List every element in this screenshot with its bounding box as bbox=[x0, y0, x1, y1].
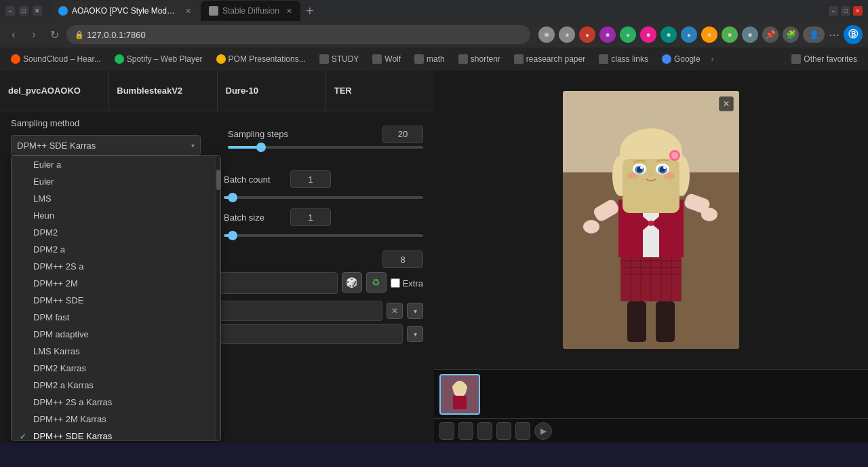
tb-close[interactable]: ✕ bbox=[853, 6, 863, 16]
bottom-btn-1[interactable] bbox=[439, 422, 454, 440]
extension-pin[interactable]: 📌 bbox=[762, 26, 778, 43]
dropdown-item-dpm2karras[interactable]: DPM2 Karras bbox=[12, 360, 220, 377]
dropdown-item-dpm2a[interactable]: DPM2 a bbox=[12, 241, 220, 258]
batch-size-value-box[interactable]: 1 bbox=[290, 208, 331, 226]
steps-value-box[interactable]: 20 bbox=[382, 126, 423, 143]
svg-point-37 bbox=[640, 166, 643, 169]
steps-slider-thumb[interactable] bbox=[256, 143, 266, 152]
model-input-dropdown-1[interactable]: ▾ bbox=[407, 303, 423, 319]
steps-slider[interactable] bbox=[228, 146, 423, 149]
extension-purple[interactable]: ● bbox=[599, 26, 616, 43]
extra-checkbox-label[interactable]: Extra bbox=[391, 272, 423, 294]
bookmark-classlinks[interactable]: class links bbox=[593, 53, 654, 65]
dropdown-item-dpmfast[interactable]: DPM fast bbox=[12, 309, 220, 326]
url-field[interactable]: 🔒 127.0.0.1:7860 bbox=[66, 25, 530, 44]
extension-gray[interactable]: ● bbox=[742, 26, 758, 43]
bookmark-spotify[interactable]: Spotify – Web Player bbox=[109, 53, 208, 65]
dropdown-item-dpp2sakarras[interactable]: DPM++ 2S a Karras bbox=[12, 394, 220, 411]
extension-puzzle[interactable]: 🧩 bbox=[783, 26, 799, 43]
extension-blue[interactable]: ● bbox=[681, 26, 697, 43]
bookmark-study[interactable]: STUDY bbox=[314, 53, 365, 65]
model-card-4[interactable]: TER bbox=[326, 71, 434, 111]
batch-count-slider[interactable] bbox=[224, 191, 423, 204]
profile-icon[interactable]: 👤 bbox=[803, 26, 825, 43]
dropdown-item-dpp2mkarras[interactable]: DPM++ 2M Karras bbox=[12, 411, 220, 428]
bookmark-google[interactable]: Google bbox=[656, 53, 706, 65]
dropdown-item-dpm2m[interactable]: DPM++ 2M bbox=[12, 275, 220, 292]
bookmark-icon-math bbox=[414, 54, 424, 64]
model-card-3[interactable]: Dure-10 bbox=[218, 71, 326, 111]
dropdown-item-euler[interactable]: Euler bbox=[12, 173, 220, 190]
extension-green2[interactable]: ● bbox=[722, 26, 738, 43]
extra-checkbox[interactable] bbox=[391, 278, 400, 288]
recycle-button[interactable]: ♻ bbox=[366, 272, 387, 293]
dropdown-item-lms[interactable]: LMS bbox=[12, 190, 220, 207]
extension-teal[interactable]: ● bbox=[660, 26, 677, 43]
extension-pink[interactable]: ● bbox=[640, 26, 656, 43]
more-options-button[interactable]: ⋯ bbox=[829, 29, 840, 41]
send-button[interactable]: ▶ bbox=[534, 422, 552, 440]
bookmark-icon-pom bbox=[216, 54, 226, 64]
tab-stable-diffusion[interactable]: Stable Diffusion ✕ bbox=[201, 1, 300, 21]
tab-aoaoko[interactable]: AOAOKO [PVC Style Model] - PV... ✕ bbox=[50, 1, 199, 21]
bookmark-math[interactable]: math bbox=[409, 53, 450, 65]
model-input-dropdown-2[interactable]: ▾ bbox=[407, 326, 423, 342]
model-card-2[interactable]: BumblesteakV2 bbox=[108, 71, 217, 111]
bottom-btn-3[interactable] bbox=[477, 422, 492, 440]
bookmark-pom[interactable]: POM Presentations... bbox=[211, 53, 311, 65]
bookmarks-more-chevron[interactable]: › bbox=[709, 53, 717, 65]
tb-minimize[interactable]: − bbox=[829, 6, 838, 16]
dropdown-item-lmskarras[interactable]: LMS Karras bbox=[12, 343, 220, 360]
dropdown-item-dpmadaptive[interactable]: DPM adaptive bbox=[12, 326, 220, 343]
batch-count-value-box[interactable]: 1 bbox=[290, 170, 331, 188]
dropdown-item-euler-a[interactable]: Euler a bbox=[12, 156, 220, 173]
bs-thumb[interactable] bbox=[228, 231, 237, 240]
sampling-method-dropdown[interactable]: DPM++ SDE Karras ▾ Euler a bbox=[11, 135, 201, 155]
tab-close-1[interactable]: ✕ bbox=[185, 7, 191, 16]
dropdown-item-dpmsde[interactable]: DPM++ SDE bbox=[12, 292, 220, 309]
extension-icon-2[interactable]: ★ bbox=[559, 26, 575, 43]
thumbnail-1[interactable] bbox=[439, 374, 480, 415]
bookmark-soundcloud[interactable]: SoundCloud – Hear... bbox=[5, 53, 106, 65]
dropdown-item-heun[interactable]: Heun bbox=[12, 207, 220, 224]
bookmark-research[interactable]: reasearch paper bbox=[509, 53, 591, 65]
steps-title: Sampling steps bbox=[228, 129, 288, 139]
new-tab-button[interactable]: + bbox=[302, 1, 318, 21]
bottom-btn-5[interactable] bbox=[515, 422, 530, 440]
bookmark-shortenr[interactable]: shortenr bbox=[453, 53, 506, 65]
extension-red[interactable]: ● bbox=[579, 26, 595, 43]
sampling-method-dropdown-list[interactable]: Euler a Euler LMS bbox=[11, 155, 221, 441]
bookmark-icon-shortenr bbox=[458, 54, 468, 64]
tb-maximize[interactable]: □ bbox=[841, 6, 850, 16]
maximize-button[interactable]: □ bbox=[19, 6, 28, 16]
dropdown-item-dpm2sa[interactable]: DPM++ 2S a bbox=[12, 258, 220, 275]
bookmark-wolf[interactable]: Wolf bbox=[367, 53, 406, 65]
dropdown-item-dppsdekarras[interactable]: ✓ DPM++ SDE Karras bbox=[12, 428, 220, 441]
bottom-btn-2[interactable] bbox=[458, 422, 473, 440]
minimize-button[interactable]: − bbox=[5, 6, 15, 16]
close-image-button[interactable]: ✕ bbox=[719, 96, 734, 111]
batch-size-slider[interactable] bbox=[224, 229, 423, 242]
dropdown-item-dpm2akarras[interactable]: DPM2 a Karras bbox=[12, 377, 220, 394]
back-button[interactable]: ‹ bbox=[5, 26, 22, 43]
forward-button[interactable]: › bbox=[26, 26, 42, 43]
bottom-btn-4[interactable] bbox=[496, 422, 511, 440]
svg-point-40 bbox=[664, 172, 675, 179]
model-card-1[interactable]: del_pvcAOAOKO bbox=[0, 71, 108, 111]
extension-orange[interactable]: ● bbox=[701, 26, 717, 43]
dropdown-scrollbar[interactable] bbox=[215, 156, 220, 440]
cfg-value-box[interactable]: 8 bbox=[382, 250, 423, 268]
dropdown-item-dpm2[interactable]: DPM2 bbox=[12, 224, 220, 241]
extension-green[interactable]: ● bbox=[620, 26, 636, 43]
refresh-button[interactable]: ↻ bbox=[46, 26, 62, 43]
close-button[interactable]: ✕ bbox=[33, 6, 42, 16]
tab-close-2[interactable]: ✕ bbox=[286, 7, 292, 16]
dropdown-select-value[interactable]: DPM++ SDE Karras ▾ bbox=[11, 135, 201, 155]
bookmark-label-soundcloud: SoundCloud – Hear... bbox=[23, 54, 101, 64]
model-input-clear-1[interactable]: ✕ bbox=[387, 303, 403, 319]
svg-point-39 bbox=[627, 172, 638, 179]
bc-thumb[interactable] bbox=[228, 193, 237, 202]
other-favorites[interactable]: Other favorites bbox=[786, 53, 863, 65]
extension-icon-1[interactable]: ✱ bbox=[538, 26, 555, 43]
dice-button[interactable]: 🎲 bbox=[342, 272, 362, 293]
